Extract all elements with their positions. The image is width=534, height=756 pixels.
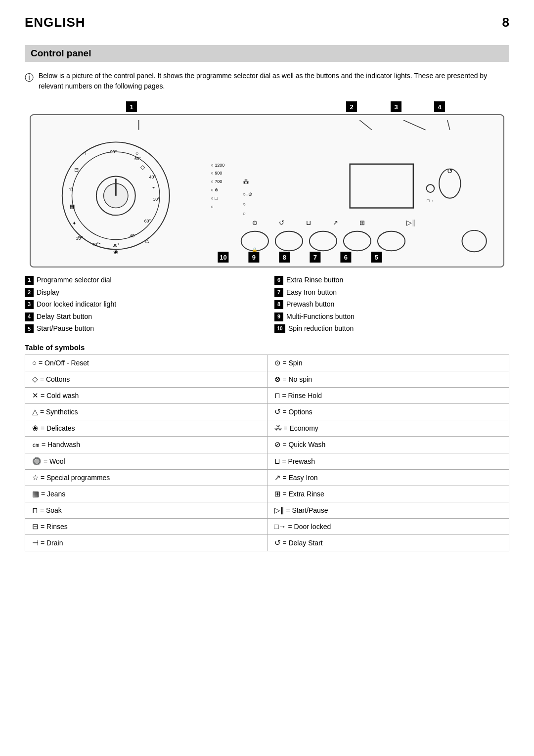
svg-text:□→: □→ <box>427 198 434 203</box>
svg-text:⁂: ⁂ <box>243 178 249 185</box>
legend-item-6: 6 Extra Rinse button <box>274 275 509 285</box>
svg-text:○: ○ <box>243 211 246 216</box>
svg-text:☆: ☆ <box>69 186 74 192</box>
symbols-table: ○ = On/Off - Reset ⊙ = Spin ◇ = Cottons … <box>25 355 509 551</box>
symbol-row-4: ❀ = Delicates ⁂ = Economy <box>25 420 509 436</box>
symbol-right-6: ⊔ = Prewash <box>267 453 509 469</box>
info-text: Below is a picture of the control panel.… <box>39 71 509 91</box>
sym-icon: ↺ <box>274 538 281 547</box>
symbol-right-1: ⊗ = No spin <box>267 371 509 387</box>
symbol-row-8: ▦ = Jeans ⊞ = Extra Rinse <box>25 486 509 502</box>
sym-icon: ⊞ <box>274 489 281 498</box>
machine-diagram: 90° 60° 40° 30° 60° 40° 30° 40°* 30° ⊢ ⊟… <box>30 114 504 267</box>
svg-text:㎜: ㎜ <box>78 233 83 239</box>
svg-line-55 <box>403 120 425 130</box>
symbol-right-9: ▷∥ = Start/Pause <box>267 502 509 518</box>
symbol-right-3: ↺ = Options <box>267 403 509 420</box>
svg-text:⊟: ⊟ <box>74 167 79 173</box>
svg-point-48 <box>426 184 434 192</box>
symbol-left-4: ❀ = Delicates <box>25 420 267 436</box>
svg-text:❀: ❀ <box>113 249 118 256</box>
symbol-row-6: 🔘 = Wool ⊔ = Prewash <box>25 453 509 469</box>
sym-icon: ✕ <box>32 391 39 400</box>
sym-icon: ⊓ <box>274 391 280 400</box>
sym-icon: ⁂ <box>274 424 282 432</box>
sym-icon: ⊘ <box>274 440 281 448</box>
page-title: ENGLISH <box>25 15 86 30</box>
legend-item-7: 7 Easy Iron button <box>274 288 509 298</box>
svg-text:○: ○ <box>135 150 139 156</box>
svg-text:30°: 30° <box>153 197 160 202</box>
svg-text:✦: ✦ <box>72 221 76 226</box>
symbol-row-2: ✕ = Cold wash ⊓ = Rinse Hold <box>25 387 509 403</box>
svg-point-52 <box>462 230 486 252</box>
symbol-row-9: ⊓ = Soak ▷∥ = Start/Pause <box>25 502 509 518</box>
sym-icon: □→ <box>274 522 286 531</box>
sym-icon: ⊙ <box>274 358 281 367</box>
sym-icon: ⊣ <box>32 538 39 547</box>
svg-text:⊔: ⊔ <box>306 219 311 226</box>
symbol-right-4: ⁂ = Economy <box>267 420 509 436</box>
sym-icon: ❀ <box>32 424 39 432</box>
svg-text:○ 1200: ○ 1200 <box>211 163 225 168</box>
svg-text:40°*: 40°* <box>92 242 100 247</box>
svg-text:○ 700: ○ 700 <box>211 179 222 184</box>
info-icon: ⓘ <box>25 71 34 91</box>
symbol-right-2: ⊓ = Rinse Hold <box>267 387 509 403</box>
diagram-num-4: 4 <box>434 101 445 112</box>
table-title: Table of symbols <box>25 343 509 352</box>
svg-line-56 <box>447 120 450 130</box>
svg-text:40°: 40° <box>130 233 136 238</box>
legend-item-5: 5 Start/Pause button <box>25 324 260 334</box>
symbol-left-5: ㎝ = Handwash <box>25 436 267 453</box>
symbol-left-2: ✕ = Cold wash <box>25 387 267 403</box>
sym-icon: △ <box>32 407 38 416</box>
legend-section: 1 Programme selector dial 2 Display 3 Do… <box>25 275 509 336</box>
sym-icon: ⊗ <box>274 375 281 383</box>
svg-text:60°: 60° <box>144 219 151 223</box>
sym-icon: ⊔ <box>274 457 280 465</box>
sym-icon: ▷∥ <box>274 506 284 514</box>
symbol-right-11: ↺ = Delay Start <box>267 534 509 551</box>
symbol-row-1: ◇ = Cottons ⊗ = No spin <box>25 371 509 387</box>
symbol-left-6: 🔘 = Wool <box>25 453 267 469</box>
legend-item-3: 3 Door locked indicator light <box>25 300 260 310</box>
svg-text:30°: 30° <box>113 243 120 248</box>
machine-svg: 90° 60° 40° 30° 60° 40° 30° 40°* 30° ⊢ ⊟… <box>36 120 498 262</box>
svg-text:↺: ↺ <box>447 168 453 175</box>
svg-text:40°: 40° <box>149 175 156 179</box>
symbol-right-8: ⊞ = Extra Rinse <box>267 486 509 502</box>
diagram-num-2: 2 <box>346 101 357 112</box>
symbol-left-11: ⊣ = Drain <box>25 534 267 551</box>
legend-item-8: 8 Prewash button <box>274 300 509 310</box>
sym-icon: ↗ <box>274 473 281 482</box>
svg-text:⊙: ⊙ <box>252 219 258 226</box>
symbol-left-3: △ = Synthetics <box>25 403 267 420</box>
sym-icon: ㎝ <box>32 440 40 448</box>
svg-text:○ 900: ○ 900 <box>211 171 222 176</box>
symbol-row-0: ○ = On/Off - Reset ⊙ = Spin <box>25 355 509 371</box>
symbol-left-10: ⊟ = Rinses <box>25 518 267 534</box>
svg-text:↺: ↺ <box>279 219 284 226</box>
svg-text:▦: ▦ <box>70 203 75 209</box>
svg-text:60°: 60° <box>134 156 141 161</box>
bottom-num-labels: 10 9 8 7 6 5 <box>218 252 382 263</box>
svg-text:○: ○ <box>243 201 246 207</box>
sym-icon: ◇ <box>32 375 38 383</box>
legend-left: 1 Programme selector dial 2 Display 3 Do… <box>25 275 260 336</box>
svg-text:↗: ↗ <box>333 219 338 226</box>
sym-icon: ↺ <box>274 407 281 416</box>
svg-text:*: * <box>152 185 155 192</box>
symbol-left-1: ◇ = Cottons <box>25 371 267 387</box>
symbol-left-9: ⊓ = Soak <box>25 502 267 518</box>
symbol-right-7: ↗ = Easy Iron <box>267 469 509 486</box>
sym-icon: ☆ <box>32 473 39 482</box>
legend-item-9: 9 Multi-Functions button <box>274 312 509 322</box>
symbol-row-10: ⊟ = Rinses □→ = Door locked <box>25 518 509 534</box>
legend-item-2: 2 Display <box>25 288 260 298</box>
symbol-right-0: ⊙ = Spin <box>267 355 509 371</box>
section-title: Control panel <box>25 45 509 62</box>
symbol-right-10: □→ = Door locked <box>267 518 509 534</box>
svg-text:○: ○ <box>211 204 214 209</box>
svg-point-43 <box>275 231 303 251</box>
